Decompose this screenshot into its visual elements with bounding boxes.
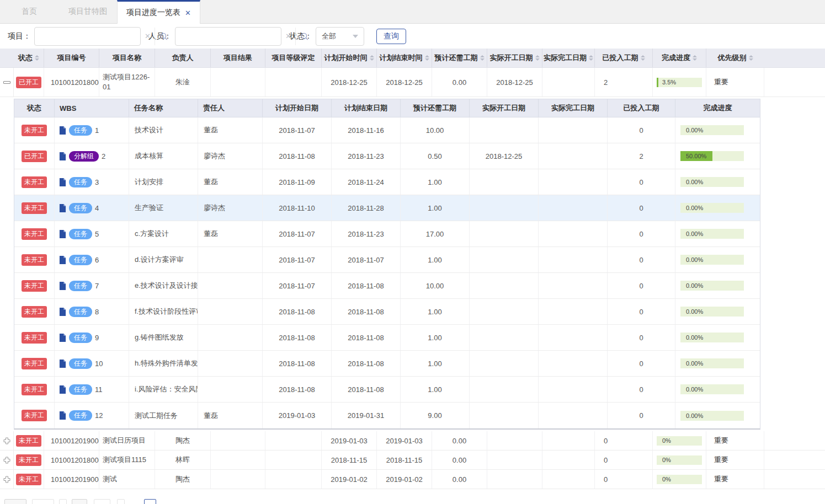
task-row[interactable]: 未开工 任务 6 d.设计方案评审 2018-11-07 2018-11-07 … [14, 247, 760, 273]
column-header[interactable]: 实际开工日期 [487, 49, 542, 67]
sort-icon[interactable] [641, 55, 645, 61]
sort-icon[interactable] [749, 55, 753, 61]
sort-icon[interactable] [589, 55, 593, 61]
task-row[interactable]: 未开工 任务 8 f.技术设计阶段性评审 2018-11-08 2018-11-… [14, 299, 760, 325]
project-row-expanded[interactable]: 已开工 1010012018000 测试项目1226-01 朱淦 2018-12… [0, 68, 825, 97]
column-header-label: 状态 [18, 53, 33, 63]
task-row[interactable]: 已开工 分解组 2 成本核算 廖诗杰 2018-11-08 2018-11-23… [14, 143, 760, 169]
progress-label: 0.00% [686, 360, 703, 367]
task-name: f.技术设计阶段性评审 [129, 299, 198, 324]
clear-icon[interactable]: ✕ [141, 32, 155, 40]
task-row[interactable]: 未开工 任务 4 生产验证 廖诗杰 2018-11-10 2018-11-28 … [14, 195, 760, 221]
column-header[interactable]: 已投入工期 [595, 49, 653, 67]
status-badge: 未开工 [16, 454, 41, 466]
task-column-header: 实际开工日期 [470, 99, 539, 117]
project-row[interactable]: 未开工 1010012019000 测试 陶杰 2019-01-02 2019-… [0, 470, 825, 489]
column-header[interactable]: 项目名称 [99, 49, 155, 67]
column-header-label: 已投入工期 [603, 53, 638, 63]
task-owner: 董磊 [198, 403, 263, 428]
progress-bar: 0% [657, 475, 702, 484]
invested-days: 0 [608, 195, 675, 221]
progress-cell: 0% [653, 470, 706, 489]
tab-gantt[interactable]: 项目甘特图 [58, 0, 117, 23]
column-header[interactable]: 实际完工日期 [542, 49, 595, 67]
task-column-header-label: 已投入工期 [624, 103, 659, 113]
pagination-current-page[interactable] [144, 499, 156, 504]
collapse-icon[interactable] [3, 81, 10, 84]
document-icon [59, 178, 66, 186]
sort-icon[interactable] [370, 55, 374, 61]
actual-end [539, 325, 608, 350]
progress-bar: 0.00% [680, 307, 744, 317]
pagination-button[interactable] [4, 499, 26, 504]
expand-icon[interactable] [3, 457, 10, 464]
task-table: 状态 WBS 任务名称 责任人 计划开始日期 计划结束日期 预计还需工期 [14, 99, 760, 430]
pagination-button[interactable] [32, 499, 54, 504]
plan-start: 2018-11-07 [263, 247, 332, 272]
column-header[interactable]: 优先级别 [706, 49, 764, 67]
project-search-input[interactable] [35, 28, 141, 45]
project-name: 测试 [99, 470, 155, 489]
progress-bar: 50.00% [680, 151, 744, 161]
task-row[interactable]: 未开工 任务 5 c.方案设计 董磊 2018-11-07 2018-11-23… [14, 221, 760, 247]
tab-progress-list[interactable]: 项目进度一览表 ✕ [117, 0, 200, 24]
task-column-header: 完成进度 [675, 99, 760, 117]
document-icon [59, 334, 66, 342]
column-header[interactable]: 负责人 [155, 49, 211, 67]
task-row[interactable]: 未开工 任务 3 计划安排 董磊 2018-11-09 2018-11-24 1… [14, 169, 760, 195]
progress-bar: 0.00% [680, 411, 744, 421]
column-header[interactable]: 计划结束时间 [377, 49, 432, 67]
task-name: g.铸件图纸发放 [129, 325, 198, 350]
progress-cell: 50.00% [675, 143, 760, 169]
task-name: e.技术设计及设计接口 [129, 273, 198, 298]
task-row[interactable]: 未开工 任务 7 e.技术设计及设计接口 2018-11-07 2018-11-… [14, 273, 760, 299]
task-owner: 董磊 [198, 169, 263, 195]
column-header[interactable]: 预计还需工期 [432, 49, 487, 67]
query-button[interactable]: 查询 [376, 29, 406, 44]
pagination-button[interactable] [59, 499, 67, 504]
column-header[interactable]: 项目编号 [44, 49, 99, 67]
project-name: 测试项目1115 [99, 451, 155, 469]
plan-end: 2018-11-08 [332, 325, 401, 350]
column-header-label: 项目名称 [113, 53, 141, 63]
project-result [211, 68, 265, 96]
pagination-button[interactable] [117, 499, 125, 504]
project-row[interactable]: 未开工 1010012018000 测试项目1115 林晖 2018-11-15… [0, 451, 825, 470]
column-header[interactable]: 项目结果 [211, 49, 265, 67]
sort-icon[interactable] [425, 55, 429, 61]
sort-icon[interactable] [693, 55, 697, 61]
column-header-label: 优先级别 [718, 53, 747, 63]
progress-label: 0.00% [686, 282, 703, 289]
task-column-header: 预计还需工期 [401, 99, 470, 117]
column-header[interactable]: 项目等级评定 [265, 49, 322, 67]
column-header[interactable]: 完成进度 [653, 49, 706, 67]
task-row[interactable]: 未开工 任务 12 测试工期任务 董磊 2019-01-03 2019-01-3… [14, 403, 760, 428]
sort-icon[interactable] [480, 55, 485, 61]
plan-start: 2018-11-07 [263, 273, 332, 298]
person-search-input[interactable] [175, 28, 281, 45]
column-header[interactable]: 状态 [14, 49, 44, 67]
task-row[interactable]: 未开工 任务 1 技术设计 董磊 2018-11-07 2018-11-16 1… [14, 117, 760, 143]
close-icon[interactable]: ✕ [185, 9, 191, 17]
wbs-type-pill: 任务 [69, 333, 92, 343]
clear-icon[interactable]: ✕ [281, 32, 295, 40]
task-name: i.风险评估：安全风险 [129, 377, 198, 402]
task-row[interactable]: 未开工 任务 10 h.特殊外购件清单发放 2018-11-08 2018-11… [14, 351, 760, 377]
invested-days: 0 [608, 403, 675, 428]
status-select[interactable]: 全部 [316, 27, 364, 46]
sort-icon[interactable] [535, 55, 540, 61]
task-row[interactable]: 未开工 任务 9 g.铸件图纸发放 2018-11-08 2018-11-08 … [14, 325, 760, 351]
invested-days: 0 [595, 470, 653, 489]
task-row[interactable]: 未开工 任务 11 i.风险评估：安全风险 2018-11-08 2018-11… [14, 377, 760, 403]
pagination-button[interactable] [94, 499, 110, 504]
search-icon[interactable] [155, 28, 173, 45]
sort-icon[interactable] [35, 55, 39, 61]
expand-icon[interactable] [3, 437, 10, 444]
search-icon[interactable] [295, 28, 313, 45]
column-header[interactable]: 计划开始时间 [322, 49, 377, 67]
project-row[interactable]: 未开工 1010012019000 测试日历项目 陶杰 2019-01-03 2… [0, 431, 825, 451]
expand-icon[interactable] [3, 476, 10, 483]
plan-end: 2018-11-24 [332, 169, 401, 195]
pagination-input[interactable] [72, 499, 87, 504]
tab-home[interactable]: 首页 [0, 0, 58, 23]
